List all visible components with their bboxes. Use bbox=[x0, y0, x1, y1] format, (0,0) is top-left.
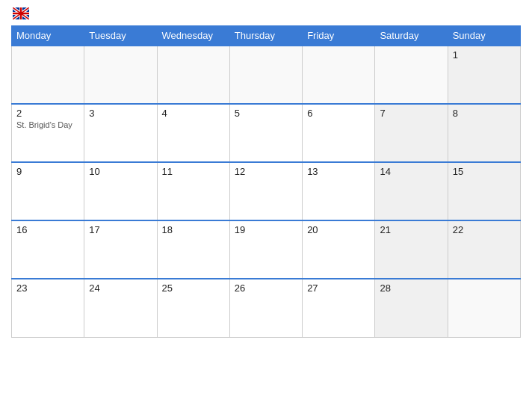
calendar-day-cell: 4 bbox=[157, 104, 229, 162]
day-number: 22 bbox=[453, 224, 516, 235]
day-number: 28 bbox=[380, 282, 442, 294]
calendar-day-cell: 20 bbox=[303, 220, 375, 279]
day-number: 27 bbox=[307, 282, 370, 294]
calendar-day-cell bbox=[157, 46, 229, 104]
day-number: 16 bbox=[16, 224, 79, 235]
weekday-header-wednesday: Wednesday bbox=[157, 26, 229, 46]
calendar-container: MondayTuesdayWednesdayThursdayFridaySatu… bbox=[0, 0, 532, 411]
calendar-day-cell: 19 bbox=[229, 220, 302, 279]
day-number: 8 bbox=[453, 108, 516, 119]
day-number: 21 bbox=[380, 224, 442, 235]
weekday-header-saturday: Saturday bbox=[375, 26, 448, 46]
calendar-day-cell: 27 bbox=[303, 279, 375, 337]
calendar-day-cell: 7 bbox=[375, 104, 448, 162]
calendar-day-cell: 15 bbox=[448, 162, 520, 220]
day-number: 9 bbox=[16, 166, 79, 177]
day-number: 12 bbox=[235, 166, 297, 177]
day-number: 23 bbox=[16, 282, 79, 294]
weekday-header-thursday: Thursday bbox=[229, 26, 302, 46]
calendar-day-cell: 26 bbox=[229, 279, 302, 337]
day-number: 7 bbox=[380, 108, 442, 119]
calendar-day-cell bbox=[84, 46, 157, 104]
day-number: 3 bbox=[89, 108, 152, 119]
calendar-day-cell: 3 bbox=[84, 104, 157, 162]
calendar-day-cell: 2St. Brigid's Day bbox=[12, 104, 84, 162]
weekday-header-sunday: Sunday bbox=[448, 26, 520, 46]
event-label: St. Brigid's Day bbox=[16, 120, 79, 129]
calendar-header bbox=[11, 7, 521, 19]
calendar-day-cell: 12 bbox=[229, 162, 302, 220]
calendar-day-cell: 11 bbox=[157, 162, 229, 220]
day-number: 13 bbox=[307, 166, 370, 177]
day-number: 2 bbox=[16, 108, 79, 119]
calendar-day-cell: 17 bbox=[84, 220, 157, 279]
calendar-week-row: 2St. Brigid's Day345678 bbox=[12, 104, 521, 162]
calendar-day-cell: 9 bbox=[12, 162, 84, 220]
calendar-day-cell: 14 bbox=[375, 162, 448, 220]
day-number: 6 bbox=[307, 108, 370, 119]
calendar-day-cell: 1 bbox=[448, 46, 520, 104]
logo bbox=[11, 7, 29, 19]
calendar-day-cell: 8 bbox=[448, 104, 520, 162]
weekday-header-row: MondayTuesdayWednesdayThursdayFridaySatu… bbox=[12, 26, 521, 46]
day-number: 24 bbox=[89, 282, 152, 294]
calendar-day-cell: 6 bbox=[303, 104, 375, 162]
day-number: 4 bbox=[162, 108, 225, 119]
calendar-table: MondayTuesdayWednesdayThursdayFridaySatu… bbox=[11, 25, 521, 338]
day-number: 18 bbox=[162, 224, 225, 235]
weekday-header-tuesday: Tuesday bbox=[84, 26, 157, 46]
weekday-header-friday: Friday bbox=[303, 26, 375, 46]
calendar-day-cell: 5 bbox=[229, 104, 302, 162]
calendar-day-cell bbox=[12, 46, 84, 104]
day-number: 26 bbox=[235, 282, 297, 294]
calendar-day-cell: 23 bbox=[12, 279, 84, 337]
calendar-day-cell: 13 bbox=[303, 162, 375, 220]
day-number: 11 bbox=[162, 166, 225, 177]
day-number: 15 bbox=[453, 166, 516, 177]
calendar-day-cell: 16 bbox=[12, 220, 84, 279]
calendar-day-cell bbox=[375, 46, 448, 104]
calendar-week-row: 16171819202122 bbox=[12, 220, 521, 279]
logo-flag-icon bbox=[13, 7, 29, 19]
day-number: 10 bbox=[89, 166, 152, 177]
calendar-day-cell bbox=[229, 46, 302, 104]
calendar-day-cell: 18 bbox=[157, 220, 229, 279]
day-number: 17 bbox=[89, 224, 152, 235]
day-number: 14 bbox=[380, 166, 442, 177]
day-number: 19 bbox=[235, 224, 297, 235]
day-number: 1 bbox=[453, 49, 516, 61]
day-number: 25 bbox=[162, 282, 225, 294]
calendar-day-cell: 10 bbox=[84, 162, 157, 220]
calendar-week-row: 232425262728 bbox=[12, 279, 521, 337]
calendar-day-cell: 24 bbox=[84, 279, 157, 337]
calendar-day-cell: 21 bbox=[375, 220, 448, 279]
day-number: 5 bbox=[235, 108, 297, 119]
weekday-header-monday: Monday bbox=[12, 26, 84, 46]
calendar-day-cell: 25 bbox=[157, 279, 229, 337]
calendar-day-cell: 22 bbox=[448, 220, 520, 279]
calendar-day-cell: 28 bbox=[375, 279, 448, 337]
calendar-day-cell bbox=[448, 279, 520, 337]
calendar-week-row: 9101112131415 bbox=[12, 162, 521, 220]
calendar-week-row: 1 bbox=[12, 46, 521, 104]
day-number: 20 bbox=[307, 224, 370, 235]
calendar-day-cell bbox=[303, 46, 375, 104]
